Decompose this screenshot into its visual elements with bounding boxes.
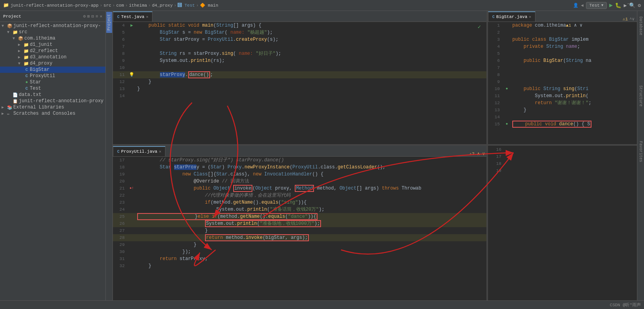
code-line-28: 28 return method.invoke(bigStar, args); (113, 234, 486, 241)
breadcrumb: junit-reflect-annotation-proxy-app › src… (11, 3, 571, 8)
code-line: 23 if(method.getName().equals("sing")){ (113, 199, 486, 206)
tree-item-bigstar[interactable]: C BigStar (0, 67, 105, 73)
tab-bar-right: C BigStar.java ✕ ⚠1 ^∨ (488, 11, 637, 22)
editor-right: C BigStar.java ✕ ⚠1 ^∨ 1 (488, 11, 637, 144)
side-tab-database[interactable]: Database (638, 15, 644, 37)
side-tab-project[interactable]: Project (106, 12, 112, 33)
config-icon: 📋 (13, 99, 19, 104)
expand-arrows-right[interactable]: ^∨ (629, 16, 637, 22)
com-label: com.itheima (24, 36, 55, 41)
editor-right-bottom: 16 17 18 19 (488, 146, 637, 300)
test-java-label: Test.java (121, 14, 144, 19)
d3-expand-icon: ▶ (18, 55, 24, 60)
tree-item-extlibs[interactable]: ▶ 📚 External Libraries (0, 104, 105, 110)
d4-folder-icon: 📁 (24, 61, 30, 66)
code-line: 9 (488, 78, 637, 85)
left-side-tabs: Project (106, 11, 113, 300)
tree-item-d3[interactable]: ▶ 📁 d3_annotation (0, 54, 105, 60)
test-java-close[interactable]: ✕ (146, 14, 148, 19)
tab-test-java[interactable]: C Test.java ✕ (113, 11, 152, 22)
test-java-icon: C (117, 15, 120, 19)
tree-item-src[interactable]: ▼ 📁 src (0, 29, 105, 35)
watermark: CSDN @听*雨声 (610, 302, 641, 308)
bigstar-tab-label: BigStar.java (496, 14, 527, 19)
d4-label: d4_proxy (30, 61, 53, 66)
d4-expand-icon: ▼ (18, 61, 24, 66)
d2-expand-icon: ▶ (18, 49, 24, 53)
code-line: 10 ● public String sing(Stri (488, 85, 637, 92)
code-line: 31 return starProxy; (113, 255, 486, 262)
code-line-25: 25 }else if(method.getName().equals("dan… (113, 213, 486, 220)
src-label: src (19, 29, 27, 35)
debug-button[interactable]: 🐛 (615, 2, 621, 9)
sidebar-expand-icon[interactable]: ⊞ (87, 14, 90, 19)
d1-folder-icon: 📁 (24, 42, 30, 47)
tree-item-d1[interactable]: ▶ 📁 d1_junit (0, 42, 105, 48)
code-line-15: 15 ● public void dance() { S (488, 121, 637, 128)
right-side-tabs: Database Structure Favorites (637, 11, 644, 300)
sidebar-settings-icon[interactable]: ≡ (96, 14, 98, 19)
code-line: 7 (113, 43, 486, 50)
tree-item-proxyutil[interactable]: C ProxyUtil (0, 73, 105, 79)
scratches-expand-icon: ▶ (2, 111, 7, 116)
code-line: 6 public BigStar(String na (488, 57, 637, 64)
tree-item-d4[interactable]: ▼ 📁 d4_proxy (0, 60, 105, 67)
tree-item-d2[interactable]: ▶ 📁 d2_reflect (0, 48, 105, 54)
bigstar-tab-close[interactable]: ✕ (529, 14, 531, 19)
code-line: 12 } (113, 78, 486, 85)
tree-item-root[interactable]: ▼ 📦 junit-reflect-annotation-proxy- (0, 23, 105, 29)
com-expand-icon: ▼ (13, 36, 18, 41)
root-expand-icon: ▼ (2, 24, 7, 28)
search-icon[interactable]: 🔍 (629, 2, 635, 9)
extlibs-label: External Libraries (13, 105, 64, 110)
tab-bar-bottom: C ProxyUtil.java ✕ ⚠2 ∧ ∨ (113, 146, 486, 157)
test-label: Test (30, 86, 41, 91)
sidebar-collapse-icon[interactable]: ⊟ (91, 14, 94, 19)
side-tab-structure[interactable]: Structure (638, 84, 644, 108)
code-line: 13 } (113, 85, 486, 92)
settings-icon[interactable]: ⚙ (638, 2, 641, 9)
warning-badge-right: ⚠1 (623, 16, 629, 22)
back-icon[interactable]: ◀ (581, 3, 584, 8)
tree-item-scratches[interactable]: ▶ ✏ Scratches and Consoles (0, 110, 105, 117)
config-label: junit-reflect-annotation-proxy (19, 98, 103, 104)
code-line: 17 // starProxy.sing("好日子") starProxy.da… (113, 157, 486, 164)
code-line: 27 } (113, 227, 486, 234)
warning-badge-bottom: ⚠2 ∧ ∨ (469, 151, 486, 156)
tree-item-config[interactable]: 📋 junit-reflect-annotation-proxy (0, 98, 105, 104)
run-config-dropdown[interactable]: Test ▼ (586, 2, 607, 9)
code-line: 20 @Override // 回调方法 (113, 178, 486, 185)
run-button[interactable]: ▶ (609, 2, 613, 9)
tab-proxyutil-java[interactable]: C ProxyUtil.java ✕ (113, 146, 165, 156)
tree-item-com[interactable]: ▼ 📦 com.itheima (0, 35, 105, 42)
scratches-label: Scratches and Consoles (13, 111, 75, 116)
d1-expand-icon: ▶ (18, 42, 24, 47)
editor-area: C Test.java ✕ ✓ 4 (113, 11, 637, 300)
coverage-button[interactable]: ▶̈ (624, 2, 627, 9)
tree-item-test[interactable]: C Test (0, 85, 105, 92)
code-line: 13 } (488, 107, 637, 114)
tab-bigstar-java[interactable]: C BigStar.java ✕ (488, 11, 535, 22)
side-tab-favorites[interactable]: Favorites (638, 139, 644, 164)
sidebar-close-icon[interactable]: ✕ (100, 14, 102, 19)
code-line: 11 System.out.println( (488, 92, 637, 99)
editor-left-bottom: C ProxyUtil.java ✕ ⚠2 ∧ ∨ 17 (113, 146, 486, 300)
code-line-21: 21 ●! public Object invoke(Object proxy,… (113, 185, 486, 192)
star-icon: ● (24, 80, 30, 85)
code-line: 2 (488, 29, 637, 36)
tree-item-datatxt[interactable]: 📄 data.txt (0, 92, 105, 98)
sidebar-title: Project (3, 14, 82, 19)
d3-folder-icon: 📁 (24, 55, 30, 60)
d1-label: d1_junit (30, 42, 53, 47)
sidebar-header: Project ⚙ ⊞ ⊟ ≡ ✕ (0, 11, 105, 22)
datatxt-label: data.txt (19, 92, 42, 98)
tree-item-star[interactable]: ● Star (0, 79, 105, 85)
sidebar-gear-icon[interactable]: ⚙ (83, 14, 86, 19)
bigstar-tab-icon: C (492, 15, 495, 19)
dropdown-arrow: ▼ (601, 4, 603, 7)
toolbar-right: 👤 ◀ Test ▼ ▶ 🐛 ▶̈ 🔍 ⚙ (573, 2, 641, 9)
code-line: 22 //代理对象要做的事情，会在这里写代码 (113, 192, 486, 199)
proxyutil-tab-close[interactable]: ✕ (159, 149, 161, 154)
code-line: 9 System.out.println(rs); (113, 57, 486, 64)
profile-icon[interactable]: 👤 (573, 3, 579, 8)
